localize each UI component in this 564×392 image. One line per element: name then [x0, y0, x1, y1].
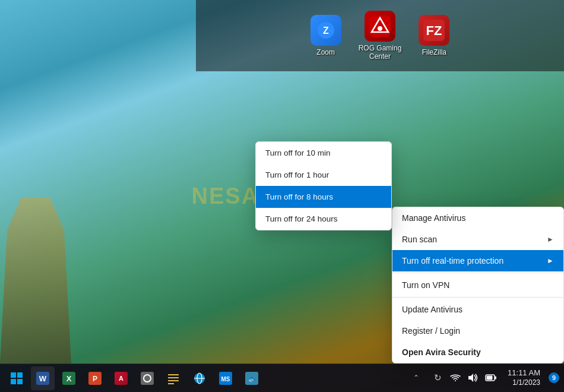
expand-tray-button[interactable]: ⌃ [408, 369, 424, 386]
turn-off-realtime-chevron: ► [547, 257, 554, 265]
context-menu: Manage Antivirus Run scan ► Turn off rea… [392, 207, 564, 363]
icon-zoom[interactable]: Z Zoom [305, 15, 347, 56]
register-login-item[interactable]: Register / Login [392, 320, 563, 342]
svg-rect-9 [17, 372, 23, 378]
notification-badge[interactable]: 9 [549, 372, 559, 383]
rog-label: ROG Gaming Center [359, 44, 402, 61]
rog-icon-img [365, 11, 395, 42]
divider-1 [392, 273, 563, 273]
svg-rect-18 [141, 372, 154, 385]
icon-rog[interactable]: ROG Gaming Center [359, 11, 402, 61]
svg-rect-34 [495, 377, 496, 380]
system-tray: ↻ [429, 369, 499, 386]
off-1hour-label: Turn off for 1 hour [265, 170, 329, 179]
run-scan-label: Run scan [402, 235, 437, 244]
character-silhouette [0, 197, 71, 363]
lines-button[interactable] [161, 366, 185, 390]
svg-rect-23 [168, 383, 174, 384]
word-button[interactable]: W [31, 366, 55, 390]
avira-icon: A [115, 372, 128, 385]
taskbar: W X P A [0, 363, 564, 392]
tray-wifi-icon[interactable] [447, 369, 464, 386]
icon-filezilla[interactable]: FZ FileZilla [413, 15, 455, 56]
powerpoint-button[interactable]: P [83, 366, 107, 390]
store-button[interactable]: MS [214, 366, 237, 390]
svg-text:P: P [93, 375, 97, 383]
run-scan-chevron: ► [547, 235, 554, 244]
svg-rect-8 [11, 372, 16, 378]
manage-antivirus-item[interactable]: Manage Antivirus [392, 207, 563, 229]
register-login-label: Register / Login [402, 326, 460, 336]
time-display: 11:11 AM [508, 368, 540, 378]
turn-on-vpn-label: Turn on VPN [402, 280, 449, 290]
taskbar-right: ⌃ ↻ [408, 366, 559, 390]
svg-text:W: W [39, 374, 47, 383]
avira-taskbar-button[interactable]: A [109, 366, 133, 390]
off-8hours-label: Turn off for 8 hours [265, 192, 333, 201]
taskbar-left: W X P A [5, 366, 264, 390]
tray-refresh-icon[interactable]: ↻ [429, 369, 446, 386]
off-8hours-item[interactable]: Turn off for 8 hours [256, 186, 391, 208]
tray-battery-icon[interactable] [483, 369, 499, 386]
svg-text:FZ: FZ [426, 23, 442, 38]
browser-button[interactable] [188, 366, 211, 390]
run-scan-item[interactable]: Run scan ► [392, 229, 563, 250]
turn-off-realtime-item[interactable]: Turn off real-time protection ► [392, 250, 563, 271]
manage-antivirus-label: Manage Antivirus [402, 213, 465, 223]
off-24hours-item[interactable]: Turn off for 24 hours [256, 208, 391, 230]
svg-text:MS: MS [221, 376, 230, 382]
svg-point-5 [378, 26, 382, 31]
start-button[interactable] [5, 366, 28, 390]
date-display: 1/1/2023 [512, 378, 540, 388]
zoom-icon-img: Z [310, 15, 341, 46]
divider-2 [392, 297, 563, 298]
svg-text:X: X [66, 374, 72, 383]
off-10min-item[interactable]: Turn off for 10 min [256, 142, 391, 164]
svg-rect-10 [11, 379, 16, 384]
off-10min-label: Turn off for 10 min [265, 148, 331, 157]
excel-button[interactable]: X [57, 366, 81, 390]
turn-off-realtime-label: Turn off real-time protection [402, 256, 503, 265]
app-button-extra[interactable]: 🐟 [240, 366, 264, 390]
zoom-label: Zoom [316, 48, 335, 56]
filezilla-label: FileZilla [422, 48, 446, 56]
svg-rect-33 [487, 376, 493, 380]
submenu: Turn off for 10 min Turn off for 1 hour … [255, 141, 392, 230]
svg-marker-31 [468, 374, 473, 382]
svg-rect-21 [168, 377, 179, 378]
svg-text:🐟: 🐟 [248, 375, 256, 383]
datetime-block[interactable]: 11:11 AM 1/1/2023 [504, 366, 544, 390]
update-antivirus-item[interactable]: Update Antivirus [392, 299, 563, 320]
filezilla-icon-img: FZ [419, 15, 449, 46]
svg-rect-11 [17, 379, 23, 384]
tray-volume-icon[interactable] [465, 369, 481, 386]
update-antivirus-label: Update Antivirus [402, 305, 462, 314]
svg-rect-22 [168, 380, 179, 381]
misc-button-1[interactable] [135, 366, 159, 390]
top-icons-bar: Z Zoom ROG Gaming Center FZ FileZilla [196, 0, 564, 71]
turn-on-vpn-item[interactable]: Turn on VPN [392, 274, 563, 296]
svg-text:Z: Z [323, 26, 329, 36]
svg-rect-20 [168, 374, 179, 375]
off-24hours-label: Turn off for 24 hours [265, 214, 338, 223]
off-1hour-item[interactable]: Turn off for 1 hour [256, 164, 391, 186]
open-avira-label: Open Avira Security [402, 347, 481, 357]
open-avira-item[interactable]: Open Avira Security [392, 342, 563, 363]
